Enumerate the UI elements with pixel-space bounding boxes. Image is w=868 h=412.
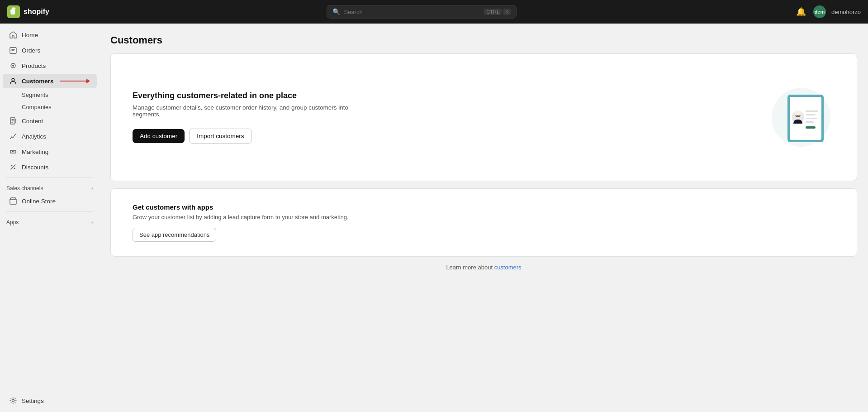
ctrl-key: CTRL <box>484 9 502 15</box>
user-name[interactable]: demohorzo <box>831 9 861 15</box>
hero-card-content: Everything customers-related in one plac… <box>133 91 752 144</box>
main-content: Customers Everything customers-related i… <box>100 24 868 412</box>
orders-icon <box>9 46 17 54</box>
chevron-right-icon-apps: › <box>91 219 93 225</box>
settings-icon <box>9 397 17 405</box>
svg-rect-12 <box>806 110 818 112</box>
store-icon <box>9 197 17 205</box>
customer-illustration <box>763 81 835 153</box>
apps-card: Get customers with apps Grow your custom… <box>110 188 857 257</box>
sidebar-item-analytics[interactable]: Analytics <box>3 129 97 144</box>
k-key: K <box>503 9 511 15</box>
sidebar-item-products[interactable]: Products <box>3 58 97 73</box>
shopify-logo[interactable]: shopify <box>7 5 49 18</box>
customers-learn-more-link[interactable]: customers <box>494 264 522 271</box>
sidebar-item-marketing[interactable]: Marketing <box>3 144 97 159</box>
sidebar-section-apps[interactable]: Apps › <box>0 216 100 227</box>
notification-button[interactable]: 🔔 <box>794 5 808 19</box>
shopify-logo-icon <box>7 5 20 18</box>
svg-point-8 <box>12 400 14 402</box>
apps-description: Grow your customer list by adding a lead… <box>133 214 835 220</box>
page-title: Customers <box>110 34 857 46</box>
home-icon <box>9 31 17 39</box>
content-icon <box>9 117 17 125</box>
search-bar[interactable]: 🔍 CTRL K <box>327 5 517 19</box>
customer-illustration-svg <box>763 81 835 153</box>
search-input[interactable] <box>344 9 480 15</box>
see-app-recommendations-button[interactable]: See app recommendations <box>133 228 216 242</box>
sidebar-divider-2 <box>6 211 93 212</box>
search-icon: 🔍 <box>332 8 340 15</box>
sidebar-divider-3 <box>6 390 93 390</box>
svg-rect-14 <box>806 118 817 119</box>
svg-point-6 <box>11 165 13 167</box>
sidebar-spacer <box>0 227 100 387</box>
hero-card-body: Everything customers-related in one plac… <box>111 54 857 181</box>
search-shortcut: CTRL K <box>484 9 511 15</box>
sidebar-item-customers[interactable]: Customers <box>3 74 97 88</box>
sidebar: Home Orders Products Customers Segments <box>0 24 100 412</box>
sidebar-section-sales-channels[interactable]: Sales channels › <box>0 182 100 193</box>
topnav-left: shopify <box>7 5 49 18</box>
hero-card: Everything customers-related in one plac… <box>110 53 857 181</box>
svg-rect-20 <box>806 126 816 129</box>
customers-icon <box>9 77 17 85</box>
apps-heading: Get customers with apps <box>133 203 835 211</box>
learn-more: Learn more about customers <box>110 264 857 271</box>
active-arrow-indicator <box>58 81 87 81</box>
svg-point-7 <box>14 168 15 169</box>
shopify-wordmark: shopify <box>24 8 49 16</box>
topnav-right: 🔔 dem demohorzo <box>794 5 861 19</box>
hero-card-actions: Add customer Import customers <box>133 129 752 144</box>
user-avatar: dem <box>813 5 826 18</box>
app-body: Home Orders Products Customers Segments <box>0 24 868 412</box>
sidebar-item-content[interactable]: Content <box>3 114 97 128</box>
chevron-right-icon: › <box>91 185 93 192</box>
sidebar-item-settings[interactable]: Settings <box>3 393 97 408</box>
sidebar-item-home[interactable]: Home <box>3 28 97 42</box>
discounts-icon <box>9 163 17 171</box>
sidebar-item-online-store[interactable]: Online Store <box>3 194 97 208</box>
sidebar-item-segments[interactable]: Segments <box>3 89 97 101</box>
analytics-icon <box>9 132 17 140</box>
products-icon <box>9 62 17 70</box>
svg-rect-13 <box>806 114 816 115</box>
sidebar-item-companies[interactable]: Companies <box>3 101 97 113</box>
add-customer-button[interactable]: Add customer <box>133 129 185 143</box>
hero-heading: Everything customers-related in one plac… <box>133 91 752 101</box>
sidebar-item-discounts[interactable]: Discounts <box>3 160 97 174</box>
hero-description: Manage customer details, see customer or… <box>133 104 359 118</box>
sidebar-divider-1 <box>6 177 93 178</box>
sidebar-item-orders[interactable]: Orders <box>3 43 97 57</box>
top-navigation: shopify 🔍 CTRL K 🔔 dem demohorzo <box>0 0 868 24</box>
svg-rect-15 <box>806 121 814 123</box>
apps-card-body: Get customers with apps Grow your custom… <box>111 189 857 256</box>
import-customers-button[interactable]: Import customers <box>189 129 251 144</box>
svg-point-4 <box>12 78 14 81</box>
marketing-icon <box>9 148 17 156</box>
svg-point-3 <box>12 65 14 67</box>
svg-rect-19 <box>795 112 801 115</box>
